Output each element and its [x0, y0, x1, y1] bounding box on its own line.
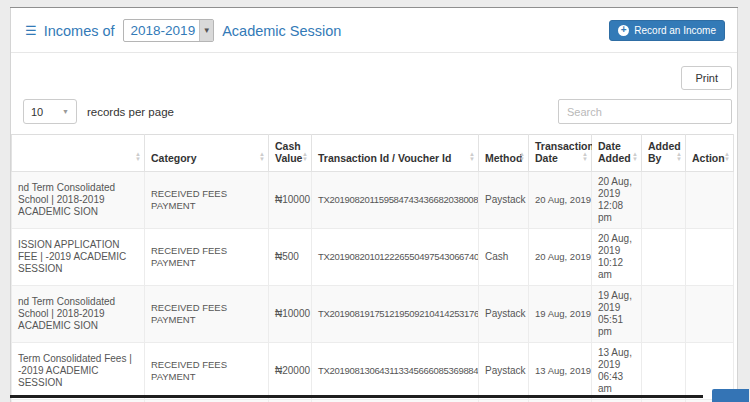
- sort-icon: ▲▼: [632, 152, 638, 162]
- print-button[interactable]: Print: [681, 66, 732, 90]
- cell-cash-value: ₦20000: [269, 343, 312, 400]
- page-size-select[interactable]: 10 ▼: [23, 99, 77, 124]
- session-select-value: 2018-2019: [131, 23, 198, 38]
- sort-icon: ▲▼: [135, 152, 141, 162]
- income-table: ▲▼Category▲▼Cash Value▲▼Transaction Id /…: [11, 134, 734, 402]
- sort-icon: ▲▼: [302, 152, 308, 162]
- cell-method: Paystack: [479, 286, 529, 343]
- sort-icon: ▲▼: [582, 152, 588, 162]
- table-row: ISSION APPLICATION FEE | -2019 ACADEMIC …: [12, 229, 734, 286]
- page-size-control: 10 ▼ records per page: [23, 99, 174, 124]
- page: { "header": { "title_prefix": "Incomes o…: [0, 0, 750, 402]
- cell-action: [686, 172, 734, 229]
- record-income-label: Record an Income: [634, 25, 716, 36]
- column-header[interactable]: Action▲▼: [686, 135, 734, 172]
- cell-added-by: [642, 343, 686, 400]
- bottom-divider: [10, 395, 703, 398]
- cell-date-added: 13 Aug, 2019 06:43 am: [592, 343, 642, 400]
- cell-method: Paystack: [479, 172, 529, 229]
- column-header-label: Method: [485, 152, 522, 164]
- cell-transaction-id: TX2019082010122265504975430667401: [312, 229, 479, 286]
- column-header[interactable]: ▲▼: [12, 135, 145, 172]
- page-title: ☰ Incomes of 2018-2019 ▼ Academic Sessio…: [25, 19, 341, 42]
- table-row: Term Consolidated Fees | -2019 ACADEMIC …: [12, 343, 734, 400]
- column-header[interactable]: Cash Value▲▼: [269, 135, 312, 172]
- column-header[interactable]: Transaction Id / Voucher Id▲▼: [312, 135, 479, 172]
- panel-header: ☰ Incomes of 2018-2019 ▼ Academic Sessio…: [11, 8, 737, 53]
- session-select[interactable]: 2018-2019 ▼: [123, 19, 215, 42]
- cell-transaction-id: TX2019081306431133456660853698849: [312, 343, 479, 400]
- sort-icon: ▲▼: [259, 152, 265, 162]
- table-header: ▲▼Category▲▼Cash Value▲▼Transaction Id /…: [12, 135, 734, 172]
- cell-category: RECEIVED FEES PAYMENT: [145, 172, 269, 229]
- column-header[interactable]: Added By▲▼: [642, 135, 686, 172]
- table-row: nd Term Consolidated School | 2018-2019 …: [12, 172, 734, 229]
- record-income-button[interactable]: + Record an Income: [609, 20, 725, 41]
- column-header-label: Action: [692, 152, 725, 164]
- filter-row: 10 ▼ records per page: [11, 90, 737, 133]
- cell-transaction-id: TX2019081917512195092104142531761: [312, 286, 479, 343]
- list-icon: ☰: [25, 24, 37, 37]
- cell-added-by: [642, 172, 686, 229]
- page-size-value: 10: [31, 106, 43, 118]
- content-panel: ☰ Incomes of 2018-2019 ▼ Academic Sessio…: [10, 8, 738, 402]
- cell-date-added: 20 Aug, 2019 10:12 am: [592, 229, 642, 286]
- column-header-label: Date Added: [598, 140, 631, 164]
- search-input[interactable]: [558, 99, 732, 124]
- bottom-right-widget[interactable]: [712, 389, 749, 402]
- column-header-label: Cash Value: [275, 140, 302, 164]
- cell-transaction-date: 13 Aug, 2019: [529, 343, 592, 400]
- print-row: Print: [11, 53, 737, 90]
- cell-date-added: 19 Aug, 2019 05:51 pm: [592, 286, 642, 343]
- cell-transaction-date: 19 Aug, 2019: [529, 286, 592, 343]
- cell-date-added: 20 Aug, 2019 12:08 pm: [592, 172, 642, 229]
- cell-description: nd Term Consolidated School | 2018-2019 …: [12, 172, 145, 229]
- cell-transaction-date: 20 Aug, 2019: [529, 229, 592, 286]
- cell-cash-value: ₦500: [269, 229, 312, 286]
- table-row: nd Term Consolidated School | 2018-2019 …: [12, 286, 734, 343]
- cell-action: [686, 229, 734, 286]
- column-header[interactable]: Date Added▲▼: [592, 135, 642, 172]
- cell-description: Term Consolidated Fees | -2019 ACADEMIC …: [12, 343, 145, 400]
- title-suffix: Academic Session: [222, 23, 341, 39]
- records-per-page-label: records per page: [87, 106, 174, 118]
- sort-icon: ▲▼: [519, 152, 525, 162]
- title-prefix: Incomes of: [44, 23, 115, 39]
- cell-cash-value: ₦10000: [269, 172, 312, 229]
- cell-method: Paystack: [479, 343, 529, 400]
- cell-cash-value: ₦10000: [269, 286, 312, 343]
- sort-icon: ▲▼: [676, 152, 682, 162]
- cell-description: nd Term Consolidated School | 2018-2019 …: [12, 286, 145, 343]
- caret-down-icon: ▼: [62, 108, 69, 115]
- column-header[interactable]: Category▲▼: [145, 135, 269, 172]
- cell-added-by: [642, 229, 686, 286]
- cell-category: RECEIVED FEES PAYMENT: [145, 286, 269, 343]
- sort-icon: ▲▼: [469, 152, 475, 162]
- column-header-label: Transaction Id / Voucher Id: [318, 152, 451, 164]
- cell-added-by: [642, 286, 686, 343]
- plus-icon: +: [618, 25, 629, 36]
- income-table-body: nd Term Consolidated School | 2018-2019 …: [12, 172, 734, 402]
- cell-transaction-date: 20 Aug, 2019: [529, 172, 592, 229]
- column-header[interactable]: Method▲▼: [479, 135, 529, 172]
- cell-transaction-id: TX2019082011595847434366820380089: [312, 172, 479, 229]
- column-header[interactable]: Transaction Date▲▼: [529, 135, 592, 172]
- cell-method: Cash: [479, 229, 529, 286]
- cell-description: ISSION APPLICATION FEE | -2019 ACADEMIC …: [12, 229, 145, 286]
- cell-action: [686, 286, 734, 343]
- cell-category: RECEIVED FEES PAYMENT: [145, 229, 269, 286]
- cell-category: RECEIVED FEES PAYMENT: [145, 343, 269, 400]
- chevron-down-icon: ▼: [199, 20, 213, 41]
- header-row: ▲▼Category▲▼Cash Value▲▼Transaction Id /…: [12, 135, 734, 172]
- column-header-label: Category: [151, 152, 197, 164]
- sort-icon: ▲▼: [724, 152, 730, 162]
